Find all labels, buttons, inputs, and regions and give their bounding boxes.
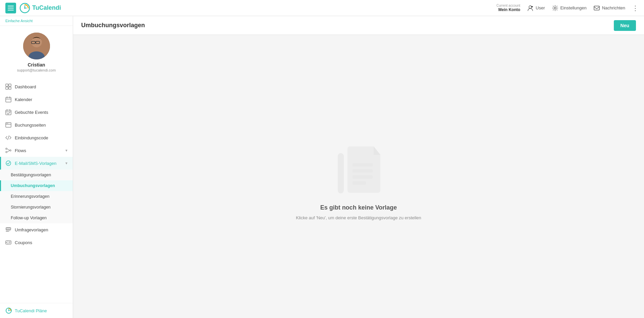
svg-rect-57	[353, 169, 373, 173]
main-layout: Einfache Ansicht	[0, 16, 644, 318]
survey-icon	[5, 227, 11, 233]
svg-point-47	[6, 242, 7, 243]
flows-icon	[5, 147, 11, 153]
svg-rect-18	[9, 87, 11, 89]
avatar-svg	[23, 33, 50, 59]
settings-icon	[552, 5, 558, 11]
plans-icon	[5, 307, 12, 314]
check-calendar-icon	[5, 109, 11, 115]
svg-line-31	[8, 136, 9, 140]
sidebar-item-einbindungscode[interactable]: Einbindungscode	[0, 131, 73, 144]
tucalendi-plans-link[interactable]: TuCalendi Pläne	[5, 307, 67, 314]
tucalendi-plans-label: TuCalendi Pläne	[15, 308, 47, 313]
svg-rect-55	[338, 153, 344, 193]
sidebar-item-flows-label: Flows	[15, 148, 62, 153]
logo: TuCalendi	[19, 3, 61, 13]
sidebar-item-coupons[interactable]: Coupons	[0, 236, 73, 249]
user-profile: Cristian support@tucalendi.com	[0, 26, 73, 78]
simple-view-link[interactable]: Einfache Ansicht	[0, 16, 73, 26]
sidebar: Einfache Ansicht	[0, 16, 73, 318]
page-title: Umbuchungsvorlagen	[81, 22, 145, 29]
main-content: Umbuchungsvorlagen Neu	[73, 16, 644, 318]
svg-rect-8	[594, 6, 599, 10]
user-email: support@tucalendi.com	[17, 68, 56, 72]
svg-point-30	[7, 123, 8, 124]
svg-point-10	[31, 37, 42, 47]
email-sms-chevron-icon: ▾	[65, 161, 67, 166]
check-badge-icon	[5, 160, 11, 166]
svg-rect-56	[353, 163, 373, 167]
empty-subtitle: Klicke auf 'Neu', um deine erste Bestäti…	[296, 215, 421, 220]
user-name: Cristian	[28, 62, 45, 67]
logo-icon	[19, 3, 30, 13]
browser-icon	[5, 122, 11, 128]
empty-document-icon	[325, 133, 392, 200]
email-sms-submenu: Bestätigungsvorlagen Umbuchungsvorlagen …	[0, 170, 73, 223]
navbar-left: TuCalendi	[5, 3, 61, 13]
code-icon	[5, 135, 11, 141]
sidebar-item-buchungsseiten-label: Buchungsseiten	[15, 123, 67, 128]
sidebar-item-umfragevorlagen-label: Umfragevorlagen	[15, 227, 67, 232]
sidebar-item-gebuchte-events[interactable]: Gebuchte Events	[0, 106, 73, 119]
submenu-follow-up-vorlagen[interactable]: Follow-up Vorlagen	[0, 213, 73, 223]
sidebar-item-dashboard-label: Dashboard	[15, 84, 67, 89]
sidebar-item-email-sms-label: E-Mail/SMS-Vorlagen	[15, 161, 62, 166]
current-account: Current account Mein Konto	[496, 4, 520, 12]
svg-point-33	[6, 151, 7, 153]
svg-rect-15	[6, 84, 8, 86]
svg-rect-16	[9, 84, 11, 86]
svg-rect-58	[353, 175, 373, 179]
sidebar-item-flows[interactable]: Flows ▾	[0, 144, 73, 157]
submenu-stornierungsvorlagen[interactable]: Stornierungsvorlagen	[0, 202, 73, 213]
svg-point-37	[6, 161, 11, 166]
hamburger-menu[interactable]	[5, 3, 16, 13]
svg-point-34	[10, 150, 11, 151]
svg-point-32	[6, 148, 7, 149]
nav-settings[interactable]: Einstellungen	[552, 5, 587, 11]
sidebar-item-email-sms-vorlagen[interactable]: E-Mail/SMS-Vorlagen ▾	[0, 157, 73, 170]
svg-rect-59	[353, 181, 366, 185]
svg-line-35	[7, 149, 10, 150]
empty-state: Es gibt noch keine Vorlage Klicke auf 'N…	[296, 133, 421, 220]
logo-text: TuCalendi	[32, 4, 61, 11]
svg-point-7	[554, 7, 556, 9]
submenu-umbuchungsvorlagen[interactable]: Umbuchungsvorlagen	[0, 180, 73, 191]
nav-messages[interactable]: Nachrichten	[593, 5, 625, 11]
grid-icon	[5, 84, 11, 90]
sidebar-item-kalender-label: Kalender	[15, 97, 67, 102]
submenu-bestaetigungsvorlagen[interactable]: Bestätigungsvorlagen	[0, 170, 73, 180]
empty-title: Es gibt noch keine Vorlage	[320, 204, 397, 211]
content-header: Umbuchungsvorlagen Neu	[73, 16, 644, 35]
more-options-icon[interactable]: ⋮	[632, 4, 639, 12]
nav-user[interactable]: User	[527, 5, 545, 11]
navbar-right: Current account Mein Konto User	[496, 4, 639, 12]
sidebar-bottom: TuCalendi Pläne	[0, 303, 73, 318]
svg-line-36	[7, 150, 10, 152]
svg-rect-17	[6, 87, 8, 89]
submenu-erinnerungsvorlagen[interactable]: Erinnerungsvorlagen	[0, 191, 73, 202]
svg-rect-19	[6, 97, 11, 102]
mail-icon	[593, 5, 600, 11]
sidebar-item-einbindungscode-label: Einbindungscode	[15, 135, 67, 140]
svg-point-6	[532, 6, 533, 7]
sidebar-item-gebuchte-events-label: Gebuchte Events	[15, 110, 67, 115]
flows-chevron-icon: ▾	[65, 148, 67, 153]
calendar-icon	[5, 96, 11, 102]
avatar	[23, 33, 50, 59]
sidebar-item-umfragevorlagen[interactable]: Umfragevorlagen	[0, 223, 73, 236]
content-body: Es gibt noch keine Vorlage Klicke auf 'N…	[73, 35, 644, 318]
svg-point-29	[6, 123, 7, 124]
navbar: TuCalendi Current account Mein Konto Use…	[0, 0, 644, 16]
new-button[interactable]: Neu	[614, 20, 636, 31]
sidebar-item-dashboard[interactable]: Dashboard	[0, 80, 73, 93]
sidebar-item-coupons-label: Coupons	[15, 240, 67, 245]
user-icon	[527, 5, 534, 11]
sidebar-item-buchungsseiten[interactable]: Buchungsseiten	[0, 119, 73, 131]
coupon-icon	[5, 239, 11, 245]
sidebar-nav: Dashboard Kalender	[0, 78, 73, 303]
sidebar-item-kalender[interactable]: Kalender	[0, 93, 73, 106]
